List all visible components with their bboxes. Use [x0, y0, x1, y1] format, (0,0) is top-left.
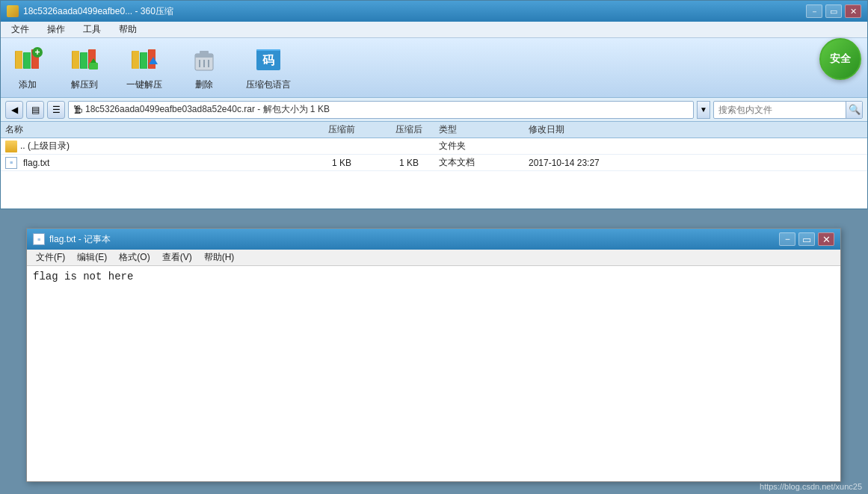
- lang-icon: 码: [253, 44, 283, 75]
- file-date: 2017-10-14 23:27: [529, 158, 648, 168]
- delete-icon: [189, 44, 219, 75]
- svg-text:+: +: [34, 47, 40, 58]
- file-name-cell: ≡ flag.txt: [5, 157, 304, 169]
- svg-rect-17: [132, 51, 139, 69]
- add-icon: +: [13, 44, 43, 75]
- address-dropdown[interactable]: ▼: [697, 101, 710, 119]
- svg-rect-11: [81, 52, 87, 69]
- svg-rect-3: [24, 52, 31, 69]
- archive-toolbar: + 添加 解压到: [1, 38, 867, 98]
- back-button[interactable]: ◀: [5, 101, 23, 119]
- list-view-button[interactable]: ▤: [26, 101, 44, 119]
- search-input[interactable]: [714, 105, 846, 115]
- file-name-cell: .. (上级目录): [5, 140, 304, 152]
- svg-rect-19: [141, 52, 147, 69]
- onekey-extract-label: 一键解压: [126, 78, 162, 91]
- svg-rect-1: [16, 51, 22, 69]
- extract-icon: [70, 44, 99, 75]
- notepad-title-bar: ≡ flag.txt - 记事本 － ▭ ✕: [27, 229, 840, 250]
- lang-label: 压缩包语言: [246, 78, 291, 91]
- window-controls: － ▭ ✕: [806, 4, 861, 18]
- notepad-menu-format[interactable]: 格式(O): [114, 250, 154, 265]
- search-wrap: 🔍: [713, 101, 863, 119]
- notepad-window: ≡ flag.txt - 记事本 － ▭ ✕ 文件(F) 编辑(E) 格式(O)…: [26, 228, 841, 482]
- archive-title-bar: 18c5326aada0499eafbe0... - 360压缩 － ▭ ✕: [1, 1, 867, 22]
- menu-file[interactable]: 文件: [8, 22, 32, 37]
- file-name: flag.txt: [23, 158, 49, 168]
- search-button[interactable]: 🔍: [846, 102, 862, 118]
- notepad-menu: 文件(F) 编辑(E) 格式(O) 查看(V) 帮助(H): [27, 250, 840, 266]
- svg-rect-14: [89, 63, 98, 70]
- watermark: https://blog.csdn.net/xunc25: [760, 482, 862, 491]
- table-row[interactable]: ≡ flag.txt 1 KB 1 KB 文本文档 2017-10-14 23:…: [1, 155, 867, 171]
- svg-rect-25: [200, 51, 209, 55]
- restore-button[interactable]: ▭: [825, 4, 842, 18]
- toolbar-extract-button[interactable]: 解压到: [64, 41, 105, 94]
- address-bar: ◀ ▤ ☰ 🗜 18c5326aada0499eafbe03ad8a52e40c…: [1, 98, 867, 122]
- notepad-window-controls: － ▭ ✕: [779, 232, 834, 246]
- toolbar-onekey-extract-button[interactable]: 一键解压: [120, 41, 168, 94]
- file-type: 文件夹: [439, 140, 529, 152]
- toolbar-delete-button[interactable]: 删除: [183, 41, 225, 94]
- toolbar-add-button[interactable]: + 添加: [7, 41, 49, 94]
- menu-operate[interactable]: 操作: [44, 22, 68, 37]
- svg-text:码: 码: [262, 54, 274, 67]
- notepad-menu-edit[interactable]: 编辑(E): [73, 250, 111, 265]
- add-label: 添加: [19, 78, 37, 91]
- svg-rect-9: [73, 51, 79, 69]
- extract-label: 解压到: [71, 78, 98, 91]
- notepad-restore-button[interactable]: ▭: [798, 232, 815, 246]
- minimize-button[interactable]: －: [806, 4, 822, 18]
- notepad-app-icon: ≡: [33, 233, 45, 245]
- notepad-menu-help[interactable]: 帮助(H): [200, 250, 239, 265]
- file-list-body: .. (上级目录) 文件夹 ≡ flag.txt 1 KB 1 KB 文本文档 …: [1, 138, 867, 209]
- notepad-menu-file[interactable]: 文件(F): [31, 250, 70, 265]
- menu-tools[interactable]: 工具: [80, 22, 104, 37]
- onekey-extract-icon: [129, 44, 159, 75]
- close-button[interactable]: ✕: [845, 4, 861, 18]
- address-input: 🗜 18c5326aada0499eafbe03ad8a52e40c.rar -…: [68, 101, 694, 119]
- notepad-text: flag is not here: [33, 271, 133, 282]
- archive-menu-bar: 文件 操作 工具 帮助 安全: [1, 22, 867, 38]
- security-badge: 安全: [819, 38, 861, 80]
- header-name: 名称: [5, 123, 304, 136]
- header-type: 类型: [439, 123, 529, 136]
- header-compressed-before: 压缩前: [304, 123, 379, 136]
- txt-file-icon: ≡: [5, 157, 17, 169]
- table-row[interactable]: .. (上级目录) 文件夹: [1, 138, 867, 155]
- title-bar-left: 18c5326aada0499eafbe0... - 360压缩: [7, 5, 173, 18]
- notepad-close-button[interactable]: ✕: [818, 232, 834, 246]
- notepad-title: flag.txt - 记事本: [49, 233, 111, 246]
- svg-rect-30: [256, 49, 280, 51]
- compressed-after: 1 KB: [379, 158, 439, 168]
- address-path: 18c5326aada0499eafbe03ad8a52e40c.rar - 解…: [85, 103, 330, 116]
- archive-window-title: 18c5326aada0499eafbe0... - 360压缩: [23, 5, 173, 18]
- app-icon: [7, 5, 19, 17]
- header-compressed-after: 压缩后: [379, 123, 439, 136]
- notepad-content: flag is not here: [27, 266, 840, 481]
- header-date: 修改日期: [529, 123, 648, 136]
- notepad-minimize-button[interactable]: －: [779, 232, 795, 246]
- folder-icon: [5, 141, 17, 152]
- compressed-before: 1 KB: [304, 158, 379, 168]
- detail-view-button[interactable]: ☰: [47, 101, 65, 119]
- file-type: 文本文档: [439, 156, 529, 169]
- toolbar-lang-button[interactable]: 码 压缩包语言: [240, 41, 297, 94]
- delete-label: 删除: [195, 78, 213, 91]
- notepad-menu-view[interactable]: 查看(V): [158, 250, 197, 265]
- file-list-header: 名称 压缩前 压缩后 类型 修改日期: [1, 122, 867, 138]
- notepad-title-left: ≡ flag.txt - 记事本: [33, 233, 111, 246]
- menu-help[interactable]: 帮助: [116, 22, 140, 37]
- archive-window: 18c5326aada0499eafbe0... - 360压缩 － ▭ ✕ 文…: [0, 0, 868, 209]
- file-name: .. (上级目录): [20, 140, 70, 152]
